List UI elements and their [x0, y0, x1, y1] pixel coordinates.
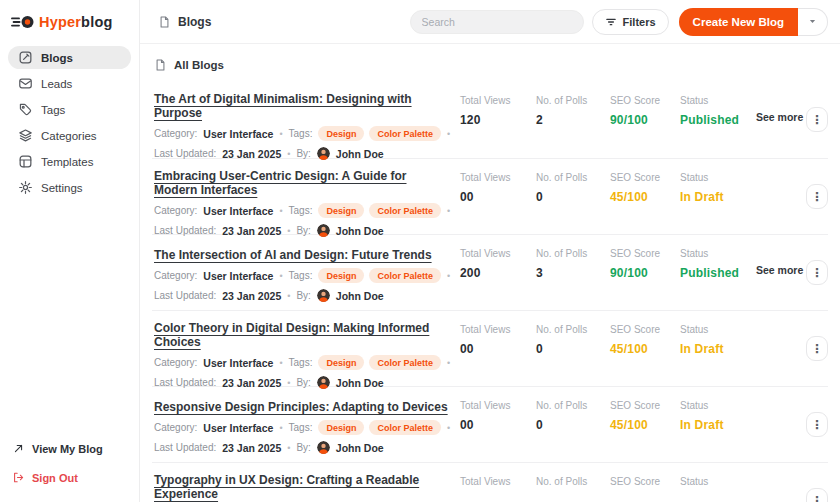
tag-pill: Design — [318, 268, 364, 283]
by-label: By: — [296, 225, 310, 236]
see-more-link[interactable]: See more — [756, 111, 806, 123]
sidebar-item-categories[interactable]: Categories — [8, 124, 131, 147]
dot-separator: • — [279, 271, 282, 281]
stat-seo-score: SEO Score 90/100 — [610, 245, 680, 280]
sidebar-footer: View My Blog Sign Out — [8, 442, 131, 488]
logout-icon — [12, 471, 25, 484]
filters-button[interactable]: Filters — [592, 9, 669, 35]
create-new-blog-split: Create New Blog — [679, 8, 828, 36]
stat-label-no-of-polls: No. of Polls — [536, 95, 610, 106]
author-name: John Doe — [336, 225, 384, 237]
dot-separator: • — [447, 358, 450, 368]
file-icon — [154, 58, 167, 72]
stat-label-status: Status — [680, 324, 756, 335]
blog-title-link[interactable]: Typography in UX Design: Crafting a Read… — [154, 473, 452, 501]
tag-pill: Design — [318, 420, 364, 435]
stat-status: Status In Draft — [680, 321, 756, 356]
dot-separator: • — [279, 423, 282, 433]
sidebar-item-tags[interactable]: Tags — [8, 98, 131, 121]
dot-separator: • — [287, 291, 290, 301]
no-of-polls-value: 3 — [536, 266, 610, 280]
sidebar-item-label: Settings — [41, 182, 83, 194]
meta-value: User Interface — [203, 422, 273, 434]
edit-square-icon — [18, 50, 33, 65]
meta-value: User Interface — [203, 205, 273, 217]
blog-row: Responsive Design Principles: Adapting t… — [152, 386, 828, 462]
see-more-link[interactable]: See more — [756, 264, 806, 276]
stat-label-seo-score: SEO Score — [610, 95, 680, 106]
create-new-blog-button[interactable]: Create New Blog — [679, 8, 798, 36]
stat-label-seo-score: SEO Score — [610, 476, 680, 487]
no-of-polls-value: 0 — [536, 342, 610, 356]
kebab-menu-button[interactable]: ⋮ — [806, 412, 828, 437]
envelope-icon — [18, 76, 33, 91]
tags-label: Tags: — [289, 128, 313, 139]
blog-title-link[interactable]: Responsive Design Principles: Adapting t… — [154, 400, 448, 414]
seo-score-value: 90/100 — [610, 266, 680, 280]
brand-name: Hyperblog — [39, 14, 113, 30]
stat-total-views: Total Views 00 — [460, 321, 536, 356]
stat-total-views: Total Views 00 — [460, 397, 536, 432]
filter-icon — [605, 16, 617, 28]
blog-title-link[interactable]: The Art of Digital Minimalism: Designing… — [154, 92, 452, 120]
sidebar-item-settings[interactable]: Settings — [8, 176, 131, 199]
stat-no-of-polls: No. of Polls 0 — [536, 397, 610, 432]
kebab-menu-button[interactable]: ⋮ — [806, 107, 828, 132]
author-name: John Doe — [336, 290, 384, 302]
stat-status: Status Published — [680, 245, 756, 280]
stat-label-status: Status — [680, 172, 756, 183]
stat-total-views: Total Views 200 — [460, 245, 536, 280]
stat-label-total-views: Total Views — [460, 95, 536, 106]
layout-icon — [18, 154, 33, 169]
stat-seo-score: SEO Score 90/100 — [610, 92, 680, 127]
stat-label-status: Status — [680, 95, 756, 106]
blog-info: Color Theory in Digital Design: Making I… — [154, 321, 460, 395]
tag-pill: Design — [318, 203, 364, 218]
sidebar-footer-sign-out[interactable]: Sign Out — [12, 471, 127, 484]
blog-row: Embracing User-Centric Design: A Guide f… — [152, 158, 828, 234]
dot-separator: • — [287, 378, 290, 388]
search-input[interactable] — [410, 10, 584, 34]
author-name: John Doe — [336, 148, 384, 160]
stat-label-seo-score: SEO Score — [610, 172, 680, 183]
create-new-blog-dropdown-button[interactable] — [798, 8, 828, 36]
by-label: By: — [296, 148, 310, 159]
tags-label: Tags: — [289, 422, 313, 433]
blog-title-link[interactable]: The Intersection of AI and Design: Futur… — [154, 248, 432, 262]
last-updated-value: 23 Jan 2025 — [222, 225, 281, 237]
gear-icon — [18, 180, 33, 195]
blog-title-link[interactable]: Embracing User-Centric Design: A Guide f… — [154, 169, 452, 197]
sidebar-item-templates[interactable]: Templates — [8, 150, 131, 173]
last-updated-label: Last Updated: — [154, 290, 216, 301]
blog-info: The Art of Digital Minimalism: Designing… — [154, 92, 460, 166]
author-avatar — [317, 147, 330, 160]
kebab-menu-button[interactable]: ⋮ — [806, 184, 828, 209]
logo: Hyperblog — [8, 10, 131, 46]
sidebar-item-blogs[interactable]: Blogs — [8, 46, 131, 69]
kebab-menu-button[interactable]: ⋮ — [806, 488, 828, 502]
sidebar-item-label: Leads — [41, 78, 72, 90]
total-views-value: 200 — [460, 266, 536, 280]
by-label: By: — [296, 442, 310, 453]
seo-score-value: 45/100 — [610, 190, 680, 204]
last-updated-label: Last Updated: — [154, 442, 216, 453]
kebab-menu-button[interactable]: ⋮ — [806, 336, 828, 361]
stat-status: Status Published — [680, 92, 756, 127]
status-value: In Draft — [680, 342, 756, 356]
seo-score-value: 90/100 — [610, 113, 680, 127]
blog-list: The Art of Digital Minimalism: Designing… — [152, 82, 828, 502]
dot-separator: • — [287, 443, 290, 453]
stat-total-views: Total Views 00 — [460, 169, 536, 204]
meta-label: Category: — [154, 128, 197, 139]
tag-list: DesignColor Palette — [318, 355, 441, 370]
kebab-menu-button[interactable]: ⋮ — [806, 260, 828, 285]
dot-separator: • — [447, 271, 450, 281]
sidebar-footer-view-my-blog[interactable]: View My Blog — [12, 442, 127, 455]
stat-no-of-polls: No. of Polls 2 — [536, 92, 610, 127]
sidebar-item-leads[interactable]: Leads — [8, 72, 131, 95]
blog-title-link[interactable]: Color Theory in Digital Design: Making I… — [154, 321, 452, 349]
author-avatar — [317, 376, 330, 389]
meta-label: Category: — [154, 357, 197, 368]
stat-label-total-views: Total Views — [460, 476, 536, 487]
stat-label-no-of-polls: No. of Polls — [536, 324, 610, 335]
